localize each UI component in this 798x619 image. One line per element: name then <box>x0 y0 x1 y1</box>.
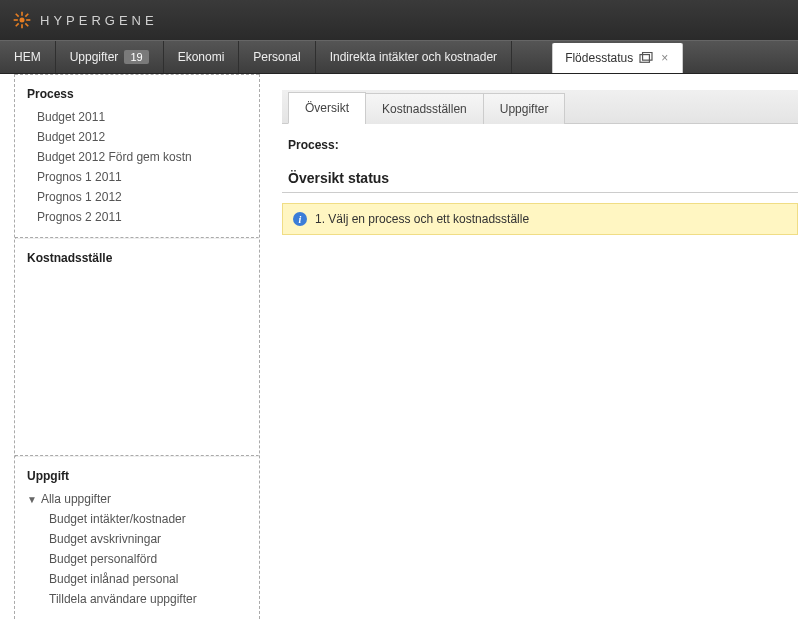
nav-hem[interactable]: HEM <box>0 41 56 73</box>
sidebar-kostnad-empty <box>15 281 259 455</box>
sidebar: Process Budget 2011 Budget 2012 Budget 2… <box>14 74 260 619</box>
svg-rect-10 <box>643 52 652 60</box>
main-nav: HEM Uppgifter 19 Ekonomi Personal Indire… <box>0 40 798 74</box>
nav-active-tab-flodesstatus[interactable]: Flödesstatus × <box>552 43 683 73</box>
tree-parent-alla-uppgifter[interactable]: ▼ Alla uppgifter <box>27 489 247 509</box>
sidebar-uppgift-title: Uppgift <box>27 469 247 483</box>
section-title: Översikt status <box>282 170 798 193</box>
brand-logo-icon <box>12 10 32 30</box>
uppgift-item[interactable]: Budget inlånad personal <box>49 569 247 589</box>
tab-oversikt[interactable]: Översikt <box>288 92 366 124</box>
process-item[interactable]: Prognos 1 2011 <box>27 167 247 187</box>
uppgift-item[interactable]: Budget personalförd <box>49 549 247 569</box>
uppgift-item[interactable]: Tilldela användare uppgifter <box>49 589 247 609</box>
tab-uppgifter[interactable]: Uppgifter <box>483 93 566 124</box>
tree-children: Budget intäkter/kostnader Budget avskriv… <box>27 509 247 609</box>
info-text: 1. Välj en process och ett kostnadsställ… <box>315 212 529 226</box>
svg-rect-9 <box>640 55 649 63</box>
sidebar-process-block: Process Budget 2011 Budget 2012 Budget 2… <box>15 74 259 237</box>
content-area: Process Budget 2011 Budget 2012 Budget 2… <box>0 74 798 619</box>
popout-icon[interactable] <box>639 52 653 64</box>
uppgift-item[interactable]: Budget avskrivningar <box>49 529 247 549</box>
process-item[interactable]: Budget 2012 <box>27 127 247 147</box>
info-icon: i <box>293 212 307 226</box>
sidebar-process-list: Budget 2011 Budget 2012 Budget 2012 Förd… <box>27 107 247 227</box>
process-item[interactable]: Prognos 2 2011 <box>27 207 247 227</box>
nav-spacer <box>512 41 552 73</box>
nav-uppgifter[interactable]: Uppgifter 19 <box>56 41 164 73</box>
sidebar-process-title: Process <box>27 87 247 101</box>
nav-tab-label: Flödesstatus <box>565 51 633 65</box>
nav-badge: 19 <box>124 50 148 64</box>
close-icon[interactable]: × <box>659 51 670 65</box>
app-header: HYPERGENE <box>0 0 798 40</box>
tab-kostnadsstallen[interactable]: Kostnadsställen <box>365 93 484 124</box>
svg-line-5 <box>16 14 19 17</box>
nav-personal[interactable]: Personal <box>239 41 315 73</box>
nav-label: Ekonomi <box>178 50 225 64</box>
process-item[interactable]: Budget 2012 Förd gem kostn <box>27 147 247 167</box>
brand-wrap: HYPERGENE <box>12 10 158 30</box>
svg-line-8 <box>25 14 28 17</box>
nav-indirekta[interactable]: Indirekta intäkter och kostnader <box>316 41 512 73</box>
left-gutter <box>0 74 14 619</box>
process-item[interactable]: Budget 2011 <box>27 107 247 127</box>
process-label: Process: <box>288 138 798 152</box>
nav-label: Indirekta intäkter och kostnader <box>330 50 497 64</box>
process-item[interactable]: Prognos 1 2012 <box>27 187 247 207</box>
uppgift-item[interactable]: Budget intäkter/kostnader <box>49 509 247 529</box>
main-tabs: Översikt Kostnadsställen Uppgifter <box>282 90 798 124</box>
main-panel: Översikt Kostnadsställen Uppgifter Proce… <box>260 74 798 619</box>
sidebar-kostnad-block: Kostnadsställe <box>15 239 259 281</box>
nav-label: Uppgifter <box>70 50 119 64</box>
sidebar-kostnad-title: Kostnadsställe <box>27 251 247 265</box>
tree-parent-label: Alla uppgifter <box>41 492 111 506</box>
svg-line-7 <box>16 23 19 26</box>
svg-point-0 <box>20 18 25 23</box>
svg-line-6 <box>25 23 28 26</box>
nav-label: Personal <box>253 50 300 64</box>
info-banner: i 1. Välj en process och ett kostnadsstä… <box>282 203 798 235</box>
caret-down-icon: ▼ <box>27 494 37 505</box>
sidebar-uppgift-block: Uppgift ▼ Alla uppgifter Budget intäkter… <box>15 457 259 619</box>
nav-label: HEM <box>14 50 41 64</box>
nav-ekonomi[interactable]: Ekonomi <box>164 41 240 73</box>
brand-text: HYPERGENE <box>40 13 158 28</box>
